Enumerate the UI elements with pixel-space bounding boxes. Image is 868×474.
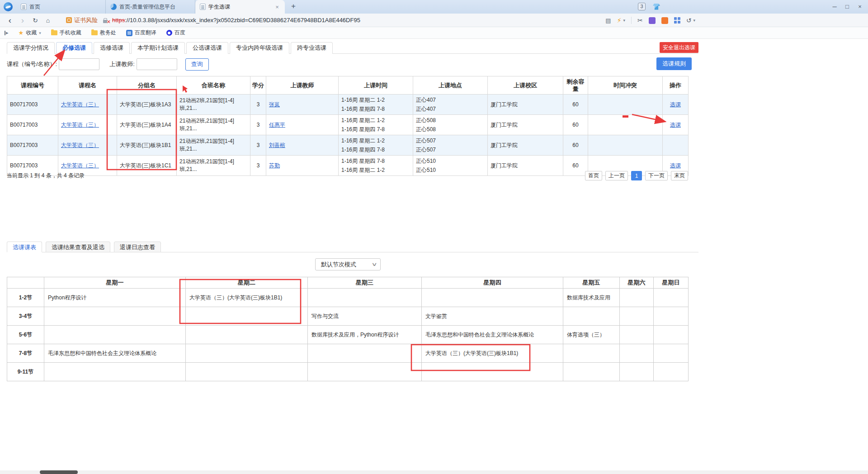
tab-credit-status[interactable]: 选课学分情况 bbox=[7, 42, 55, 54]
timetable-row: 9-11节 bbox=[7, 363, 689, 381]
tab-cross-major[interactable]: 跨专业选课 bbox=[291, 42, 333, 54]
timetable-cell bbox=[44, 307, 186, 326]
period-label: 1-2节 bbox=[7, 289, 44, 307]
close-tab-icon[interactable]: × bbox=[274, 4, 280, 10]
speed-mode-icon[interactable]: ⚡ bbox=[617, 17, 622, 24]
period-label: 5-6节 bbox=[7, 326, 44, 344]
forward-icon[interactable]: › bbox=[16, 15, 29, 25]
bookmark-folder-jiaowu[interactable]: 教务处 bbox=[91, 29, 116, 37]
teacher-link[interactable]: 任惠平 bbox=[269, 122, 285, 128]
timetable-cell bbox=[308, 363, 422, 381]
tab-cross-grade[interactable]: 专业内跨年级选课 bbox=[230, 42, 289, 54]
column-header-action: 操作 bbox=[663, 76, 689, 95]
teacher-link[interactable]: 张岚 bbox=[269, 101, 280, 108]
reader-mode-icon[interactable]: ▤ bbox=[605, 17, 611, 24]
tab-timetable[interactable]: 选课课表 bbox=[7, 242, 42, 252]
day-header: 星期五 bbox=[563, 277, 620, 289]
next-page-button[interactable]: 下一页 bbox=[645, 171, 668, 180]
scrollbar-thumb[interactable] bbox=[40, 470, 78, 474]
remaining-capacity: 60 bbox=[563, 135, 588, 156]
teacher-link[interactable]: 刘善榕 bbox=[269, 142, 285, 148]
bookmark-favorites[interactable]: ★ 收藏 ▾ bbox=[19, 29, 41, 37]
tab-required-course[interactable]: 必修选课 bbox=[56, 42, 92, 54]
cert-warning-label[interactable]: 证书风险 bbox=[74, 16, 98, 24]
pagination-bar: 当前显示 1 到 4 条，共 4 条记录 首页 上一页 1 下一页 末页 bbox=[7, 171, 688, 180]
timetable-cell bbox=[186, 307, 308, 326]
logout-button[interactable]: 安全退出选课 bbox=[660, 42, 698, 53]
page-content: 选课学分情况 必修选课 选修选课 本学期计划选课 公选课选课 专业内跨年级选课 … bbox=[7, 39, 698, 473]
teacher-search-input[interactable] bbox=[137, 58, 177, 70]
extension-count-badge[interactable]: 3 bbox=[638, 3, 646, 10]
maximize-button[interactable]: □ bbox=[841, 0, 854, 14]
period-mode-select[interactable]: 默认节次模式 ∨ bbox=[315, 258, 381, 270]
select-course-link[interactable]: 选课 bbox=[670, 122, 681, 128]
url-field[interactable]: 证书风险 ✕ https ://10.0.3.88/jsxsd/xsxk/xsx… bbox=[66, 16, 868, 24]
credit: 3 bbox=[250, 95, 266, 115]
rules-button[interactable]: 选课规则 bbox=[656, 57, 692, 70]
first-page-button[interactable]: 首页 bbox=[585, 171, 602, 180]
tab-semester-plan[interactable]: 本学期计划选课 bbox=[131, 42, 185, 54]
bookmark-baidu-translate[interactable]: 百度翻译 bbox=[126, 29, 156, 37]
course-name-link[interactable]: 大学英语（三） bbox=[61, 101, 99, 108]
course-name-link[interactable]: 大学英语（三） bbox=[61, 142, 99, 148]
select-course-link[interactable]: 选课 bbox=[670, 101, 681, 108]
skin-theme-icon[interactable] bbox=[653, 4, 660, 10]
class-location: 正心508正心508 bbox=[413, 115, 488, 135]
tab-title: 首页-质量管理信息平台 bbox=[119, 3, 190, 11]
extension-icon[interactable] bbox=[661, 17, 668, 24]
browser-tab-qms[interactable]: 首页-质量管理信息平台 bbox=[106, 0, 195, 14]
course-search-input[interactable] bbox=[59, 58, 99, 70]
apps-grid-icon[interactable] bbox=[674, 17, 680, 24]
translate-extension-icon[interactable] bbox=[649, 17, 656, 24]
credit: 3 bbox=[250, 115, 266, 135]
chevron-down-icon: ▾ bbox=[39, 31, 41, 35]
teacher-search-label: 上课教师: bbox=[109, 60, 135, 68]
day-header: 星期六 bbox=[620, 277, 654, 289]
minimize-button[interactable]: ─ bbox=[828, 0, 841, 14]
bookmark-label: 百度翻译 bbox=[135, 29, 156, 37]
bookmark-folder-mobile[interactable]: 手机收藏 bbox=[51, 29, 81, 37]
remaining-capacity: 60 bbox=[563, 115, 588, 135]
undo-icon[interactable]: ↺ bbox=[686, 17, 692, 24]
timetable-cell: Python程序设计 bbox=[44, 289, 186, 307]
back-icon[interactable]: ‹ bbox=[4, 15, 16, 25]
timetable-row: 5-6节 数据库技术及应用，Python程序设计 毛泽东思想和中国特色社会主义理… bbox=[7, 326, 689, 344]
query-button[interactable]: 查询 bbox=[185, 58, 209, 71]
tab-withdraw-log[interactable]: 退课日志查看 bbox=[114, 242, 161, 252]
last-page-button[interactable]: 末页 bbox=[671, 171, 688, 180]
refresh-icon[interactable]: ↻ bbox=[29, 17, 42, 24]
home-icon[interactable]: ⌂ bbox=[42, 17, 54, 24]
page-icon bbox=[200, 4, 206, 10]
course-name-link[interactable]: 大学英语（三） bbox=[61, 122, 99, 128]
period-label: 3-4节 bbox=[7, 307, 44, 326]
chevron-down-icon[interactable]: ▾ bbox=[693, 18, 695, 23]
day-header: 星期日 bbox=[654, 277, 689, 289]
horizontal-scrollbar[interactable] bbox=[0, 470, 868, 474]
browser-address-bar: ‹ › ↻ ⌂ 证书风险 ✕ https ://10.0.3.88/jsxsd/… bbox=[0, 14, 868, 27]
class-names: 21动画2班,21国贸[1-4]班,21... bbox=[177, 95, 250, 115]
column-header-classes: 合班名称 bbox=[177, 76, 250, 95]
timetable-cell bbox=[422, 363, 563, 381]
tab-selection-results[interactable]: 选课结果查看及退选 bbox=[46, 242, 110, 252]
new-tab-button[interactable]: + bbox=[288, 1, 299, 12]
timetable-cell bbox=[186, 326, 308, 344]
timetable-cell: 大学英语（三）(大学英语(三)板块1B1) bbox=[186, 289, 308, 307]
table-row: B00717003 大学英语（三） 大学英语(三)板块1B1 21动画2班,21… bbox=[7, 135, 689, 156]
select-course-link[interactable]: 选课 bbox=[670, 162, 681, 169]
course-name-link[interactable]: 大学英语（三） bbox=[61, 162, 99, 169]
prev-page-button[interactable]: 上一页 bbox=[605, 171, 628, 180]
browser-tab-home[interactable]: 首页 bbox=[16, 0, 106, 14]
close-button[interactable]: × bbox=[854, 0, 866, 14]
screenshot-scissors-icon[interactable]: ✂ bbox=[637, 17, 643, 24]
translate-icon bbox=[126, 30, 132, 36]
browser-tab-student-course[interactable]: 学生选课 × bbox=[195, 0, 285, 14]
chevron-down-icon[interactable]: ▾ bbox=[623, 18, 625, 23]
bookmark-baidu[interactable]: 百度 bbox=[166, 29, 185, 37]
sidebar-toggle-icon[interactable]: ▸ bbox=[5, 30, 9, 36]
current-page-button[interactable]: 1 bbox=[631, 171, 642, 180]
tab-public-elective[interactable]: 公选课选课 bbox=[186, 42, 228, 54]
baidu-icon bbox=[166, 30, 172, 36]
tab-elective-course[interactable]: 选修选课 bbox=[94, 42, 130, 54]
teacher-link[interactable]: 苏勤 bbox=[269, 162, 280, 169]
browser-logo-icon[interactable] bbox=[4, 2, 13, 11]
